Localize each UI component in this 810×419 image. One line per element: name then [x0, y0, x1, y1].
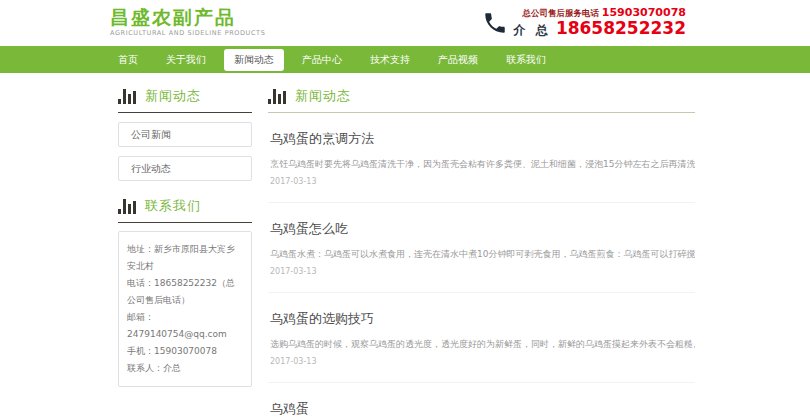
- news-item-date: 2017-03-13: [270, 177, 695, 186]
- news-item: 乌鸡蛋的选购技巧 选购乌鸡蛋的时候，观察乌鸡蛋的透光度，透光度好的为新鲜蛋，同时…: [268, 293, 695, 383]
- sidebar-item-industry-news[interactable]: 行业动态: [118, 156, 252, 181]
- sidebar-divider: [118, 112, 252, 113]
- contact-address: 地址：新乡市原阳县大宾乡安北村: [127, 241, 243, 275]
- news-item-title[interactable]: 乌鸡蛋的烹调方法: [270, 130, 695, 148]
- news-item-title[interactable]: 乌鸡蛋: [270, 400, 695, 418]
- news-item: 乌鸡蛋的烹调方法 烹饪乌鸡蛋时要先将乌鸡蛋清洗干净，因为蛋壳会粘有许多粪便、泥土…: [268, 113, 695, 203]
- nav-item-products[interactable]: 产品中心: [292, 49, 352, 71]
- contact-person: 联系人：介总: [127, 360, 243, 377]
- contact-telephone: 电话：18658252232（总公司售后电话）: [127, 275, 243, 309]
- sidebar-news-heading: 新闻动态: [118, 87, 252, 112]
- bar-chart-icon: [118, 198, 138, 214]
- news-item-summary: 选购乌鸡蛋的时候，观察乌鸡蛋的透光度，透光度好的为新鲜蛋，同时，新鲜的乌鸡蛋摸起…: [270, 338, 695, 350]
- main-news-title: 新闻动态: [295, 87, 351, 105]
- sidebar-item-company-news[interactable]: 公司新闻: [118, 122, 252, 147]
- contact-mobile: 手机：15903070078: [127, 343, 243, 360]
- nav-item-support[interactable]: 技术支持: [360, 49, 420, 71]
- content-area: 新闻动态 公司新闻 行业动态 联系我们 地址：新乡市原阳县大宾乡安北村 电话：1…: [108, 73, 686, 419]
- service-phone-label: 总公司售后服务电话: [523, 8, 600, 18]
- news-item-summary: 乌鸡蛋水煮：乌鸡蛋可以水煮食用，连壳在清水中煮10分钟即可剥壳食用，乌鸡蛋煎食：…: [270, 248, 695, 260]
- site-logo[interactable]: 昌盛农副产品 AGRICULTURAL AND SIDELINE PRODUCT…: [110, 7, 265, 37]
- news-item-title[interactable]: 乌鸡蛋的选购技巧: [270, 310, 695, 328]
- header-contact: 总公司售后服务电话 15903070078 介 总 18658252232: [482, 6, 686, 39]
- nav-item-contact[interactable]: 联系我们: [496, 49, 556, 71]
- site-logo-subtitle: AGRICULTURAL AND SIDELINE PRODUCTS: [110, 29, 265, 37]
- main-news-heading: 新闻动态: [268, 87, 695, 112]
- news-item-date: 2017-03-13: [270, 357, 695, 366]
- main-nav: 首页 关于我们 新闻动态 产品中心 技术支持 产品视频 联系我们: [0, 46, 810, 73]
- contact-phone-number: 18658252232: [556, 18, 686, 38]
- contact-person-name: 介 总: [514, 23, 551, 37]
- page-header: 昌盛农副产品 AGRICULTURAL AND SIDELINE PRODUCT…: [0, 0, 810, 46]
- news-item-title[interactable]: 乌鸡蛋怎么吃: [270, 220, 695, 238]
- bar-chart-icon: [268, 88, 288, 104]
- news-item-summary: 烹饪乌鸡蛋时要先将乌鸡蛋清洗干净，因为蛋壳会粘有许多粪便、泥土和细菌，浸泡15分…: [270, 158, 695, 170]
- sidebar: 新闻动态 公司新闻 行业动态 联系我们 地址：新乡市原阳县大宾乡安北村 电话：1…: [108, 87, 252, 419]
- sidebar-contact-title: 联系我们: [145, 197, 201, 215]
- contact-email: 邮箱：2479140754@qq.com: [127, 309, 243, 343]
- site-logo-title: 昌盛农副产品: [110, 7, 265, 27]
- news-list: 新闻动态 乌鸡蛋的烹调方法 烹饪乌鸡蛋时要先将乌鸡蛋清洗干净，因为蛋壳会粘有许多…: [268, 87, 695, 419]
- nav-item-home[interactable]: 首页: [108, 49, 148, 71]
- sidebar-contact-box: 地址：新乡市原阳县大宾乡安北村 电话：18658252232（总公司售后电话） …: [118, 231, 252, 387]
- sidebar-divider: [118, 222, 252, 223]
- nav-item-about[interactable]: 关于我们: [156, 49, 216, 71]
- sidebar-contact-heading: 联系我们: [118, 197, 252, 222]
- phone-icon: [482, 10, 508, 36]
- sidebar-news-title: 新闻动态: [145, 87, 201, 105]
- news-item-date: 2017-03-13: [270, 267, 695, 276]
- header-contact-lines: 总公司售后服务电话 15903070078 介 总 18658252232: [514, 6, 686, 39]
- nav-item-videos[interactable]: 产品视频: [428, 49, 488, 71]
- news-item: 乌鸡蛋 乌鸡蛋，顾名思义也就是乌鸡所下的蛋。乌鸡蛋是一种药膳保健佳品，含有的有机…: [268, 383, 695, 419]
- nav-item-news[interactable]: 新闻动态: [224, 49, 284, 71]
- news-item: 乌鸡蛋怎么吃 乌鸡蛋水煮：乌鸡蛋可以水煮食用，连壳在清水中煮10分钟即可剥壳食用…: [268, 203, 695, 293]
- bar-chart-icon: [118, 88, 138, 104]
